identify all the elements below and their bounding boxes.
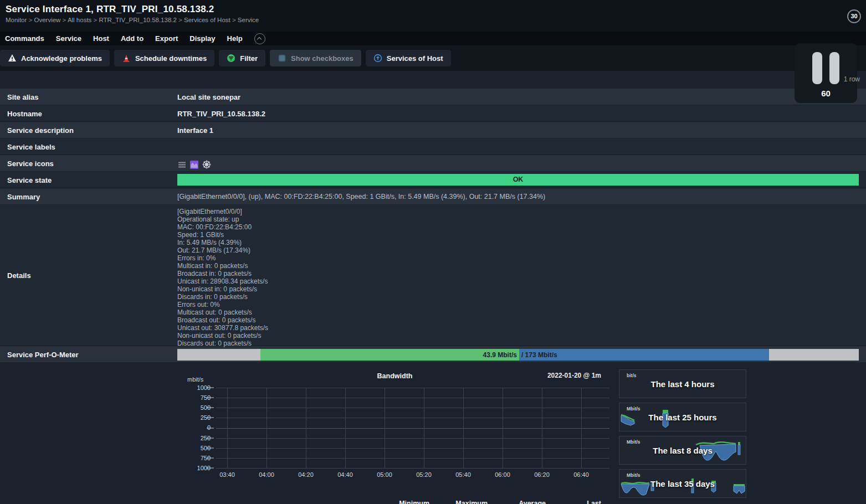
legend-maximum: Maximum (432, 500, 488, 504)
gridline (581, 388, 582, 468)
acknowledge-problems-label: Acknowledge problems (21, 54, 102, 63)
pause-bar-left (812, 52, 822, 84)
breadcrumb-host[interactable]: RTR_TIV_PRI_10.58.138.2 (99, 17, 184, 23)
row-label: Service icons (0, 155, 175, 171)
menu-service[interactable]: Service (56, 34, 81, 43)
filter-button[interactable]: Filter (219, 50, 265, 66)
y-tick-label: 0 (182, 424, 211, 431)
breadcrumb: MonitorOverviewAll hostsRTR_TIV_PRI_10.5… (6, 17, 259, 23)
menu-commands[interactable]: Commands (5, 34, 44, 43)
table-row-service-labels: Service labels (0, 138, 866, 155)
service-menu-icon[interactable] (177, 160, 187, 169)
collapse-menu-icon[interactable] (254, 33, 265, 44)
show-checkboxes-label: Show checkboxes (291, 54, 353, 63)
gridline (424, 388, 424, 468)
breadcrumb-overview[interactable]: Overview (34, 17, 67, 23)
filter-label: Filter (240, 54, 258, 63)
schedule-downtimes-button[interactable]: Schedule downtimes (114, 50, 214, 66)
gridline (503, 388, 503, 468)
row-label: Site alias (0, 89, 175, 105)
site-alias-value: Local site sonepar (175, 89, 866, 105)
row-label: Summary (0, 188, 175, 204)
services-of-host-button[interactable]: Services of Host (366, 50, 451, 66)
perf-segment-out: / 173 Mbit/s (519, 349, 769, 361)
preview-title: The last 8 days (619, 446, 746, 455)
table-row-service-state: Service state OK (0, 172, 866, 188)
service-graph-icon[interactable] (189, 160, 199, 169)
warning-icon (8, 54, 17, 63)
toolbar: Acknowledge problems Schedule downtimes … (0, 50, 451, 66)
gridline (216, 408, 609, 408)
gridline (216, 388, 609, 388)
menu-add-to[interactable]: Add to (121, 34, 144, 43)
preview-unit-label: Mbit/s (627, 472, 640, 478)
pause-bar-right (829, 52, 839, 84)
breadcrumb-services-of-host[interactable]: Services of Host (184, 17, 238, 23)
row-label: Details (0, 205, 175, 346)
breadcrumb-monitor[interactable]: Monitor (6, 17, 34, 23)
row-count: 1 row (844, 75, 860, 83)
preview-card-last-4-hours[interactable]: bit/s The last 4 hours (619, 369, 746, 398)
gridline (345, 388, 346, 468)
x-tick-label: 05:00 (372, 471, 397, 478)
perf-o-meter[interactable]: 43.9 Mbit/s / 173 Mbit/s (177, 349, 859, 361)
y-tick-label: 500 (182, 445, 211, 451)
preview-unit-label: Mbit/s (627, 406, 640, 412)
traffic-cone-icon (122, 54, 131, 63)
breadcrumb-all-hosts[interactable]: All hosts (68, 17, 99, 23)
menu-export[interactable]: Export (155, 34, 178, 43)
preview-card-last-8-days[interactable]: Mbit/s The last 8 days (619, 436, 746, 465)
service-state-badge: OK (177, 174, 859, 186)
chevron-up-icon (257, 37, 262, 42)
preview-card-last-35-days[interactable]: Mbit/s The last 35 days (619, 469, 746, 498)
gridline (216, 468, 609, 469)
row-label: Service Perf-O-Meter (0, 346, 175, 362)
gridline (216, 448, 609, 449)
gridline (385, 388, 385, 468)
menu-bar: Commands Service Host Add to Export Disp… (0, 32, 866, 45)
x-tick-label: 06:40 (569, 471, 593, 478)
service-icons-value (175, 155, 866, 171)
perf-in-value: 43.9 Mbit/s (483, 351, 517, 359)
preview-title: The last 25 hours (619, 413, 746, 422)
gridline (216, 398, 609, 398)
preview-title: The last 35 days (619, 479, 746, 488)
services-of-host-icon (373, 54, 382, 63)
gridline (463, 388, 464, 468)
gridline (306, 388, 306, 468)
menu-display[interactable]: Display (189, 34, 215, 43)
table-row-service-icons: Service icons (0, 155, 866, 172)
y-tick-label: 250 (182, 435, 211, 441)
refresh-countdown[interactable]: 30 (847, 9, 861, 23)
x-tick-label: 03:40 (215, 471, 239, 478)
acknowledge-problems-button[interactable]: Acknowledge problems (0, 50, 110, 66)
gridline (216, 438, 609, 439)
menu-help[interactable]: Help (227, 34, 243, 43)
x-tick-label: 06:20 (530, 471, 554, 478)
preview-card-last-25-hours[interactable]: Mbit/s The last 25 hours (619, 403, 746, 431)
check-manpage-wheel-icon[interactable] (202, 160, 212, 169)
table-row-perf-o-meter: Service Perf-O-Meter 43.9 Mbit/s / 173 M… (0, 346, 866, 363)
filter-icon (227, 54, 235, 63)
perf-o-meter-cell: 43.9 Mbit/s / 173 Mbit/s (175, 346, 866, 362)
summary-value: [GigabitEthernet0/0/0], (up), MAC: 00:FD… (175, 188, 866, 204)
graph-plot-area[interactable]: 1000 750 500 250 0 250 500 750 1000 03:4… (177, 368, 612, 504)
table-row-details: Details [GigabitEthernet0/0/0] Operation… (0, 205, 866, 346)
preview-title: The last 4 hours (619, 379, 746, 389)
y-tick-label: 1000 (182, 465, 211, 471)
menu-host[interactable]: Host (93, 34, 109, 43)
refresh-rate-value[interactable]: 60 (795, 89, 857, 98)
details-value: [GigabitEthernet0/0/0] Operational state… (175, 205, 866, 346)
page-title: Service Interface 1, RTR_TIV_PRI_10.58.1… (6, 4, 214, 15)
legend-minimum: Minimum (374, 500, 429, 504)
gridline (216, 458, 609, 459)
legend-last: Last (546, 500, 601, 504)
service-labels-value (175, 138, 866, 155)
legend-average: Average (490, 500, 546, 504)
refresh-rate-popup[interactable]: 60 (795, 43, 857, 103)
show-checkboxes-button[interactable]: Show checkboxes (270, 50, 361, 66)
table-row-service-description: Service description Interface 1 (0, 122, 866, 138)
perf-segment-unused-right (769, 349, 859, 361)
schedule-downtimes-label: Schedule downtimes (135, 54, 207, 63)
service-detail-page: Service Interface 1, RTR_TIV_PRI_10.58.1… (0, 0, 866, 504)
